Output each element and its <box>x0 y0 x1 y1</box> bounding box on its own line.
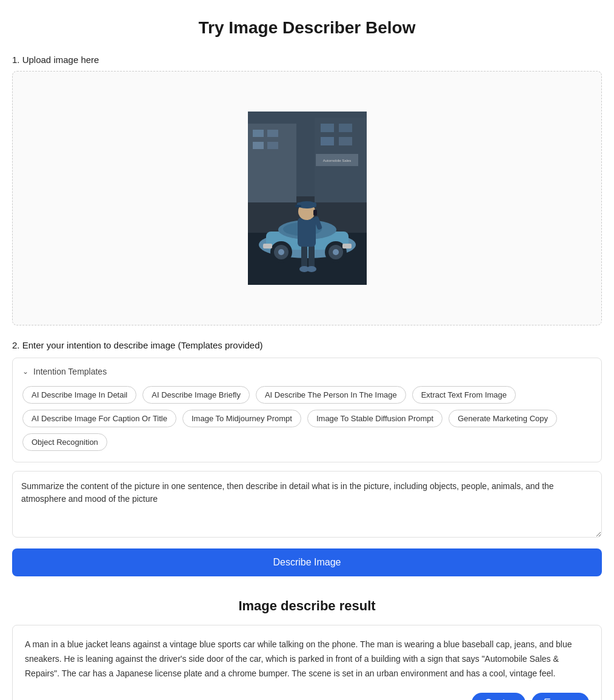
intention-textarea[interactable] <box>12 471 602 538</box>
template-button[interactable]: Object Recognition <box>22 433 107 451</box>
svg-rect-25 <box>263 244 272 248</box>
svg-rect-5 <box>267 130 278 137</box>
svg-rect-11 <box>339 137 352 145</box>
template-button[interactable]: Image To Stable Diffusion Prompt <box>307 410 442 427</box>
upload-box[interactable]: Automobile Sales <box>12 71 602 325</box>
page-title: Try Image Describer Below <box>12 18 602 38</box>
chevron-down-icon: ⌄ <box>22 367 28 376</box>
svg-rect-31 <box>298 218 316 247</box>
result-text: A man in a blue jacket leans against a v… <box>25 638 589 681</box>
svg-point-21 <box>278 249 284 255</box>
copy-button[interactable]: Copy <box>532 693 589 700</box>
uploaded-image: Automobile Sales <box>248 112 367 285</box>
template-button[interactable]: Image To Midjourney Prompt <box>182 410 301 427</box>
template-buttons-container: AI Describe Image In DetailAI Describe I… <box>22 386 592 451</box>
template-button[interactable]: AI Describe Image In Detail <box>22 386 136 404</box>
svg-point-24 <box>333 249 339 255</box>
svg-rect-10 <box>321 137 334 145</box>
svg-rect-8 <box>321 124 334 132</box>
template-button[interactable]: AI Describe The Person In The Image <box>256 386 406 404</box>
result-box: A man in a blue jacket leans against a v… <box>12 625 602 700</box>
result-actions: Play Copy <box>25 693 589 700</box>
svg-rect-27 <box>301 245 307 269</box>
svg-rect-28 <box>309 245 315 269</box>
template-button[interactable]: Generate Marketing Copy <box>449 410 557 427</box>
svg-rect-35 <box>295 205 301 207</box>
svg-rect-9 <box>339 124 352 132</box>
svg-point-30 <box>307 266 316 272</box>
template-button[interactable]: Extract Text From Image <box>412 386 516 404</box>
svg-rect-36 <box>313 210 317 216</box>
svg-rect-26 <box>342 244 352 248</box>
svg-rect-4 <box>253 130 264 137</box>
templates-panel: ⌄ Intention Templates AI Describe Image … <box>12 358 602 462</box>
describe-image-button[interactable]: Describe Image <box>12 548 602 576</box>
svg-rect-7 <box>267 142 278 149</box>
svg-text:Automobile Sales: Automobile Sales <box>322 159 351 162</box>
result-title: Image describe result <box>12 598 602 614</box>
section1-label: 1. Upload image here <box>12 55 602 65</box>
templates-header[interactable]: ⌄ Intention Templates <box>22 367 592 376</box>
svg-rect-6 <box>253 142 264 149</box>
play-button[interactable]: Play <box>472 693 526 700</box>
template-button[interactable]: AI Describe Image Briefly <box>142 386 250 404</box>
section2-label: 2. Enter your intention to describe imag… <box>12 340 602 350</box>
template-button[interactable]: AI Describe Image For Caption Or Title <box>22 410 176 427</box>
